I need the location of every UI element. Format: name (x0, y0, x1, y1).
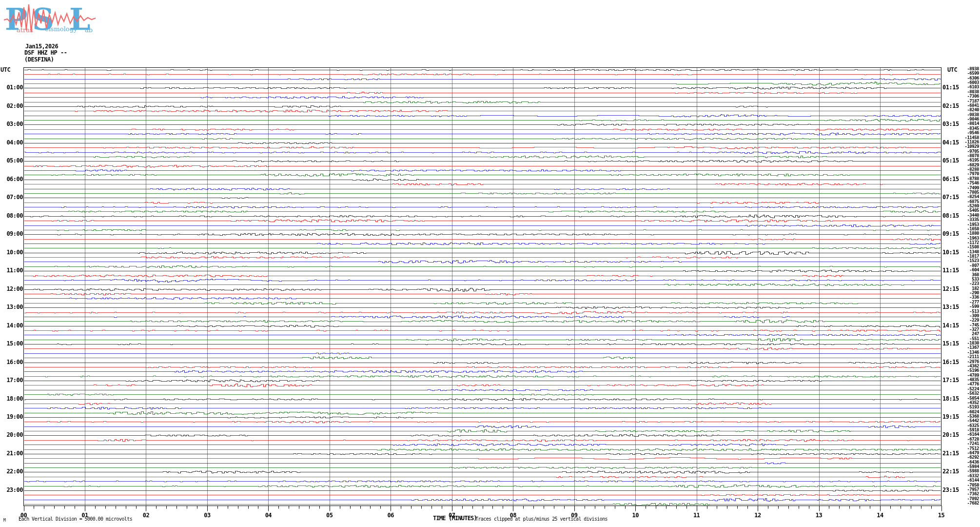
hour-label-left: 23:00 (0, 487, 23, 493)
x-tick-label: 12 (751, 512, 764, 519)
hour-label-left: 20:00 (0, 432, 23, 438)
trace-offset-value: -5196 (957, 368, 979, 373)
x-tick-label: 10 (629, 512, 642, 519)
hour-label-left: 07:00 (0, 194, 23, 200)
trace-offset-value: -10929 (957, 144, 979, 149)
x-tick-label: 11 (690, 512, 703, 519)
trace-offset-value: -5442 (957, 419, 979, 423)
trace-offset-value: -7682 (957, 501, 979, 506)
hour-label-left: 21:00 (0, 450, 23, 456)
hour-label-left: 05:00 (0, 158, 23, 163)
trace-offset-value: -1508 (957, 245, 979, 249)
hour-label-left: 13:00 (0, 304, 23, 310)
trace-offset-value: -7241 (957, 442, 979, 446)
hour-label-left: 02:00 (0, 103, 23, 109)
trace-offset-value: -7546 (957, 181, 979, 185)
trace-offset-value: -3335 (957, 218, 979, 222)
hour-label-left: 17:00 (0, 377, 23, 383)
utc-label-right: UTC (947, 66, 957, 73)
helicorder-page: P atras S eismology L ab Jan15,2026 DSF … (0, 0, 980, 527)
trace-offset-value: -229 (957, 318, 979, 323)
utc-label-left: UTC (0, 66, 10, 73)
trace-offset-value: -9546 (957, 131, 979, 135)
channel-label: DSF HHZ HP -- (24, 49, 67, 56)
x-axis-title: TIME (MINUTES) (433, 515, 477, 522)
logo-word-ab: ab (85, 26, 93, 34)
x-tick-label: 15 (935, 512, 948, 519)
hour-label-left: 19:00 (0, 414, 23, 420)
trace-offset-value: -5632 (957, 391, 979, 396)
x-tick-label: 02 (139, 512, 152, 519)
trace-offset-value: -223 (957, 282, 979, 286)
hour-label-left: 14:00 (0, 323, 23, 328)
x-tick-label: 06 (384, 512, 397, 519)
trace-offset-value: -6144 (957, 478, 979, 483)
trace-offset-value: -8254 (957, 195, 979, 199)
trace-offset-value: -2111 (957, 355, 979, 359)
hour-label-left: 09:00 (0, 231, 23, 237)
hour-label-left: 04:00 (0, 140, 23, 145)
trace-offset-value: -5193 (957, 405, 979, 409)
station-label: (DESFINA) (24, 56, 54, 63)
x-tick-label: 14 (874, 512, 886, 519)
hour-label-left: 22:00 (0, 468, 23, 474)
psl-logo[interactable]: P atras S eismology L ab (4, 1, 96, 37)
trace-offset-value: 247 (957, 332, 979, 336)
hour-label-left: 15:00 (0, 341, 23, 346)
trace-offset-value: -7306 (957, 94, 979, 99)
hour-label-left: 01:00 (0, 84, 23, 90)
x-tick-label: 03 (201, 512, 214, 519)
helicorder-plot-canvas (0, 0, 980, 527)
hour-label-left: 08:00 (0, 213, 23, 219)
x-tick-label: 05 (323, 512, 336, 519)
hour-label-left: 11:00 (0, 267, 23, 273)
trace-offset-value: -604 (957, 268, 979, 272)
x-tick-label: 04 (262, 512, 274, 519)
hour-label-left: 06:00 (0, 176, 23, 182)
hour-label-left: 10:00 (0, 249, 23, 255)
corner-glyph: M (3, 518, 6, 523)
date-label: Jan15,2026 (25, 43, 58, 50)
clip-note: Traces clipped at plus/minus 25 vertical… (475, 516, 608, 522)
x-tick-label: 13 (813, 512, 825, 519)
hour-label-left: 12:00 (0, 286, 23, 292)
scale-note: Each Vertical Division = 5000.00 microvo… (19, 516, 132, 522)
trace-offset-value: -6292 (957, 455, 979, 460)
trace-offset-value: -7362 (957, 492, 979, 496)
trace-offset-value: -1880 (957, 231, 979, 236)
hour-label-left: 16:00 (0, 359, 23, 365)
trace-offset-value: -6599 (957, 71, 979, 76)
hour-label-left: 18:00 (0, 396, 23, 402)
trace-offset-value: -6195 (957, 158, 979, 162)
trace-offset-value: -8240 (957, 108, 979, 112)
hour-label-left: 03:00 (0, 121, 23, 127)
trace-offset-value: -599 (957, 304, 979, 309)
